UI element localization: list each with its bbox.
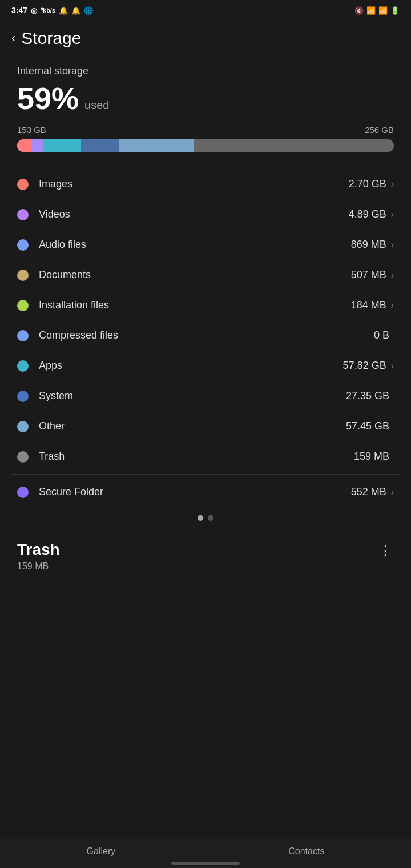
item-name-0: Images bbox=[39, 178, 349, 190]
storage-item-trash: Trash159 MB bbox=[11, 441, 400, 472]
gb-labels: 153 GB 256 GB bbox=[17, 125, 394, 135]
bar-videos bbox=[32, 139, 43, 152]
item-dot-4 bbox=[17, 300, 29, 311]
storage-item-images[interactable]: Images2.70 GB› bbox=[11, 169, 400, 199]
item-name-2: Audio files bbox=[39, 239, 351, 251]
gesture-bar-container bbox=[171, 858, 240, 865]
item-name-6: Apps bbox=[39, 360, 343, 372]
item-size-1: 4.89 GB bbox=[349, 208, 386, 220]
item-size-8: 57.45 GB bbox=[346, 420, 389, 432]
item-chevron-3: › bbox=[391, 270, 394, 280]
item-dot-0 bbox=[17, 179, 29, 190]
trash-title: Trash bbox=[17, 541, 60, 559]
gesture-bar bbox=[171, 862, 240, 865]
page-title: Storage bbox=[21, 29, 81, 48]
item-size-3: 507 MB bbox=[351, 269, 386, 281]
storage-item-compressed-files: Compressed files0 B bbox=[11, 320, 400, 351]
status-bar: 3:47 ◎ ⁰kb/s 🔔 🔔 🌐 🔇 📶 📶 🔋 bbox=[0, 0, 411, 18]
storage-bar bbox=[17, 139, 394, 152]
more-options-button[interactable]: ⋮ bbox=[377, 541, 394, 560]
contacts-nav-item[interactable]: Contacts bbox=[288, 846, 324, 857]
item-name-9: Trash bbox=[39, 451, 354, 463]
item-size-9: 159 MB bbox=[354, 451, 389, 463]
header: ‹ Storage bbox=[0, 18, 411, 54]
secure-folder-chevron: › bbox=[391, 487, 394, 497]
alarm-icon: 🔔 bbox=[59, 6, 68, 15]
storage-item-installation-files[interactable]: Installation files184 MB› bbox=[11, 290, 400, 320]
item-name-3: Documents bbox=[39, 269, 351, 281]
storage-item-documents[interactable]: Documents507 MB› bbox=[11, 260, 400, 290]
storage-items-list: Images2.70 GB›Videos4.89 GB›Audio files8… bbox=[0, 169, 411, 472]
wifi-icon: 📶 bbox=[366, 6, 376, 15]
item-dot-2 bbox=[17, 239, 29, 251]
secure-folder-name: Secure Folder bbox=[39, 486, 351, 498]
storage-used-label: used bbox=[84, 99, 109, 112]
item-dot-1 bbox=[17, 209, 29, 220]
item-name-4: Installation files bbox=[39, 299, 351, 311]
item-dot-8 bbox=[17, 421, 29, 432]
storage-item-other: Other57.45 GB bbox=[11, 411, 400, 441]
item-size-0: 2.70 GB bbox=[349, 178, 386, 190]
item-chevron-0: › bbox=[391, 179, 394, 190]
signal-icon: 📶 bbox=[378, 6, 388, 15]
page-dot-2 bbox=[208, 515, 213, 521]
time-display: 3:47 bbox=[11, 6, 27, 15]
storage-percent-row: 59% used bbox=[17, 81, 394, 116]
page-dots bbox=[0, 507, 411, 527]
item-dot-3 bbox=[17, 270, 29, 281]
battery-icon: 🔋 bbox=[390, 6, 400, 15]
timer-icon: ◎ bbox=[31, 6, 37, 15]
storage-label: Internal storage bbox=[17, 65, 394, 77]
storage-item-apps[interactable]: Apps57.82 GB› bbox=[11, 351, 400, 381]
used-gb: 153 GB bbox=[17, 125, 46, 135]
trash-size: 159 MB bbox=[17, 561, 60, 572]
notification-icon: 🔔 bbox=[71, 6, 80, 15]
item-size-7: 27.35 GB bbox=[346, 390, 389, 402]
bar-free bbox=[194, 139, 394, 152]
secure-folder-divider bbox=[11, 474, 400, 475]
item-chevron-1: › bbox=[391, 210, 394, 220]
storage-percent: 59% bbox=[17, 81, 79, 116]
storage-item-audio-files[interactable]: Audio files869 MB› bbox=[11, 230, 400, 260]
total-gb: 256 GB bbox=[365, 125, 394, 135]
status-left: 3:47 ◎ ⁰kb/s 🔔 🔔 🌐 bbox=[11, 6, 93, 15]
item-dot-7 bbox=[17, 391, 29, 402]
item-chevron-6: › bbox=[391, 361, 394, 371]
item-name-7: System bbox=[39, 390, 346, 402]
item-chevron-2: › bbox=[391, 240, 394, 250]
mute-icon: 🔇 bbox=[354, 6, 364, 15]
bar-other bbox=[119, 139, 194, 152]
item-name-5: Compressed files bbox=[39, 329, 374, 341]
page-dot-1 bbox=[198, 515, 203, 521]
bar-system bbox=[81, 139, 119, 152]
gallery-nav-item[interactable]: Gallery bbox=[87, 846, 116, 857]
item-chevron-4: › bbox=[391, 300, 394, 311]
item-name-1: Videos bbox=[39, 208, 349, 220]
item-size-2: 869 MB bbox=[351, 239, 386, 251]
item-dot-9 bbox=[17, 451, 29, 463]
secure-folder-size: 552 MB bbox=[351, 486, 386, 498]
item-size-5: 0 B bbox=[374, 329, 389, 341]
item-size-6: 57.82 GB bbox=[343, 360, 386, 372]
secure-folder-dot bbox=[17, 487, 29, 498]
status-right: 🔇 📶 📶 🔋 bbox=[354, 6, 400, 15]
speed-icon: ⁰kb/s bbox=[41, 7, 55, 14]
item-dot-5 bbox=[17, 330, 29, 341]
back-button[interactable]: ‹ bbox=[11, 31, 15, 46]
storage-section: Internal storage 59% used 153 GB 256 GB bbox=[0, 54, 411, 152]
trash-section: Trash 159 MB ⋮ bbox=[0, 527, 411, 572]
storage-item-system: System27.35 GB bbox=[11, 381, 400, 411]
secure-folder-section: Secure Folder552 MB› bbox=[0, 477, 411, 507]
trash-info: Trash 159 MB bbox=[17, 541, 60, 572]
item-dot-6 bbox=[17, 360, 29, 372]
item-name-8: Other bbox=[39, 420, 346, 432]
globe-icon: 🌐 bbox=[84, 6, 93, 15]
storage-item-videos[interactable]: Videos4.89 GB› bbox=[11, 199, 400, 230]
item-size-4: 184 MB bbox=[351, 299, 386, 311]
bar-apps bbox=[43, 139, 81, 152]
secure-folder-item[interactable]: Secure Folder552 MB› bbox=[11, 477, 400, 507]
bar-images bbox=[17, 139, 32, 152]
